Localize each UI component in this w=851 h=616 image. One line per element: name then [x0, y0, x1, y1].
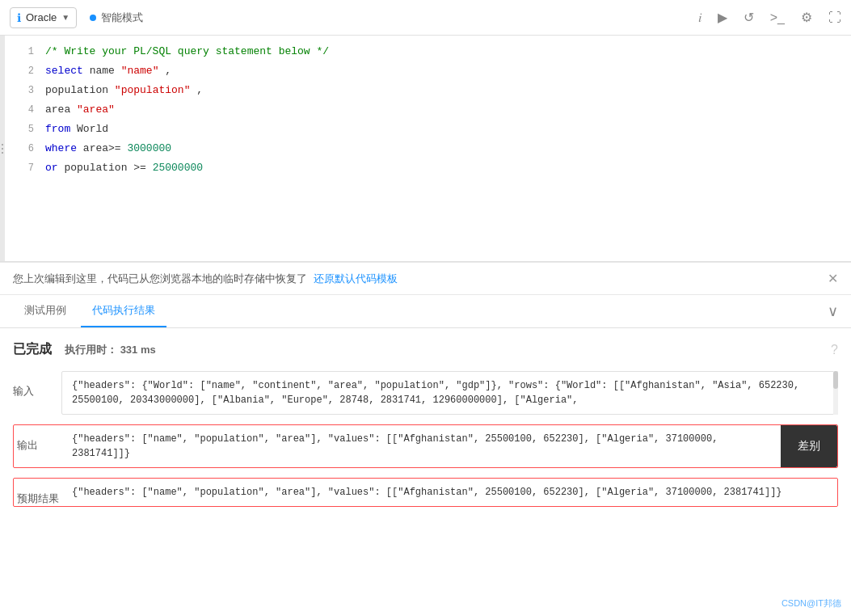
expected-content-wrapper: {"headers": ["name", "population", "area…: [62, 479, 837, 506]
output-content: {"headers": ["name", "population", "area…: [62, 425, 781, 467]
watermark: CSDN@IT邦德: [781, 597, 841, 610]
expected-label: 预期结果: [17, 485, 65, 506]
output-label-area: 输出: [14, 425, 62, 467]
collapse-panel-icon[interactable]: ∨: [828, 302, 838, 320]
status-row: 已完成 执行用时： 331 ms ?: [13, 341, 838, 358]
scrollbar-thumb[interactable]: [833, 371, 838, 389]
info-icon: ℹ: [17, 11, 21, 24]
notice-text: 您上次编辑到这里，代码已从您浏览器本地的临时存储中恢复了 还原默认代码模板: [13, 272, 398, 286]
code-content: where area>= 3000000: [45, 139, 845, 158]
terminal-icon[interactable]: >_: [770, 11, 785, 25]
results-area: 已完成 执行用时： 331 ms ? 输入 {"headers": {"Worl…: [0, 328, 851, 616]
diff-button[interactable]: 差别: [781, 425, 837, 467]
main-container: ℹ Oracle ▼ 智能模式 𝑖 ▶ ↺ >_ ⚙ ⛶ 1: [0, 0, 851, 616]
editor-area[interactable]: 1 /* Write your PL/SQL query statement b…: [0, 36, 851, 262]
scrollbar-track[interactable]: [833, 371, 838, 415]
input-label: 输入: [13, 378, 61, 399]
code-line-2: 2 select name "name" ,: [5, 61, 851, 81]
code-line-3: 3 population "population" ,: [5, 81, 851, 100]
line-number: 4: [11, 100, 34, 120]
smart-mode-indicator: 智能模式: [90, 11, 143, 25]
input-row: 输入 {"headers": {"World": ["name", "conti…: [13, 371, 838, 415]
line-number: 5: [11, 120, 34, 139]
chevron-down-icon: ▼: [61, 13, 70, 22]
notice-bar: 您上次编辑到这里，代码已从您浏览器本地的临时存储中恢复了 还原默认代码模板 ✕: [0, 262, 851, 295]
output-label: 输出: [17, 432, 65, 453]
line-number: 6: [11, 139, 34, 158]
smart-mode-dot: [90, 15, 96, 21]
close-notice-button[interactable]: ✕: [828, 271, 838, 286]
tab-execution-result[interactable]: 代码执行结果: [81, 295, 166, 327]
code-content: from World: [45, 120, 845, 139]
line-number: 2: [11, 61, 34, 81]
input-content: {"headers": {"World": ["name", "continen…: [61, 371, 838, 415]
code-content: population "population" ,: [45, 81, 845, 100]
line-number: 3: [11, 81, 34, 100]
code-editor[interactable]: 1 /* Write your PL/SQL query statement b…: [0, 42, 851, 178]
toolbar: ℹ Oracle ▼ 智能模式 𝑖 ▶ ↺ >_ ⚙ ⛶: [0, 0, 851, 36]
expected-content: {"headers": ["name", "population", "area…: [62, 479, 837, 506]
expand-icon[interactable]: ⛶: [828, 11, 841, 25]
code-content: or population >= 25000000: [45, 158, 845, 178]
line-number: 7: [11, 158, 34, 178]
restore-template-link[interactable]: 还原默认代码模板: [314, 272, 398, 285]
status-badge: 已完成: [13, 341, 52, 358]
exec-time: 执行用时： 331 ms: [65, 343, 156, 357]
refresh-icon[interactable]: ↺: [744, 10, 754, 25]
resize-handle[interactable]: [0, 36, 5, 261]
code-content: select name "name" ,: [45, 61, 845, 81]
run-icon[interactable]: ▶: [718, 10, 727, 25]
info-toolbar-icon[interactable]: 𝑖: [698, 11, 701, 25]
tab-test-case[interactable]: 测试用例: [13, 295, 78, 327]
bottom-panel: 测试用例 代码执行结果 ∨ 已完成 执行用时： 331 ms ? 输入: [0, 295, 851, 616]
input-content-wrapper: {"headers": {"World": ["name", "continen…: [61, 371, 838, 415]
code-line-7: 7 or population >= 25000000: [5, 158, 851, 178]
output-content-wrapper: {"headers": ["name", "population", "area…: [62, 425, 781, 467]
code-content: /* Write your PL/SQL query statement bel…: [45, 42, 845, 61]
db-selector[interactable]: ℹ Oracle ▼: [10, 7, 77, 28]
code-line-5: 5 from World: [5, 120, 851, 139]
line-number: 1: [11, 42, 34, 61]
expected-label-area: 预期结果: [14, 479, 62, 506]
help-icon[interactable]: ?: [831, 343, 838, 357]
settings-icon[interactable]: ⚙: [801, 10, 812, 25]
code-line-4: 4 area "area": [5, 100, 851, 120]
code-line-1: 1 /* Write your PL/SQL query statement b…: [5, 42, 851, 61]
code-content: area "area": [45, 100, 845, 120]
toolbar-actions: 𝑖 ▶ ↺ >_ ⚙ ⛶: [698, 10, 841, 25]
output-row: 输出 {"headers": ["name", "population", "a…: [13, 424, 838, 468]
db-label: Oracle: [26, 11, 57, 23]
input-label-area: 输入: [13, 371, 61, 399]
expected-row: 预期结果 {"headers": ["name", "population", …: [13, 478, 838, 507]
smart-mode-label: 智能模式: [101, 11, 143, 25]
code-line-6: 6 where area>= 3000000: [5, 139, 851, 158]
tabs-row: 测试用例 代码执行结果 ∨: [0, 295, 851, 328]
